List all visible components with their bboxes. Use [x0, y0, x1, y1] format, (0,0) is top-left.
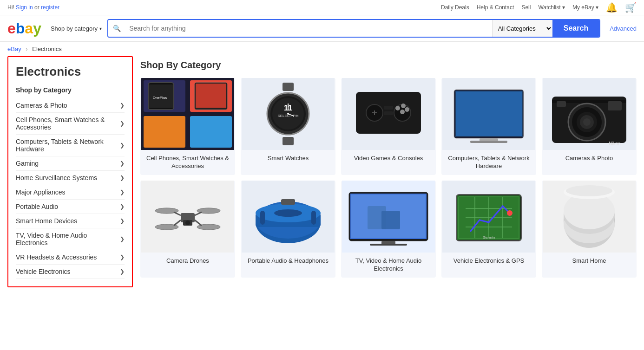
sidebar-item[interactable]: TV, Video & Home Audio Electronics ❯: [16, 228, 125, 250]
advanced-link[interactable]: Advanced: [610, 25, 637, 32]
category-label: Cell Phones, Smart Watches & Accessories: [140, 150, 235, 175]
chevron-down-icon: ❯: [120, 175, 125, 181]
category-label: TV, Video & Home Audio Electronics: [341, 253, 436, 278]
sidebar-item[interactable]: Gaming ❯: [16, 156, 125, 171]
search-icon: 🔍: [113, 25, 121, 32]
category-card[interactable]: Smart Watches: [241, 78, 335, 175]
breadcrumb-separator: ›: [26, 45, 27, 52]
category-image: [441, 78, 536, 150]
my-ebay-link[interactable]: My eBay ▾: [572, 4, 598, 11]
sidebar-item[interactable]: Home Surveillance Systems ❯: [16, 171, 125, 185]
category-label: Portable Audio & Headphones: [244, 253, 332, 270]
category-card[interactable]: Cell Phones, Smart Watches & Accessories: [140, 78, 235, 175]
main-layout: Electronics Shop by Category Cameras & P…: [0, 56, 644, 298]
sidebar-item[interactable]: Vehicle Electronics ❯: [16, 265, 125, 279]
sidebar-item[interactable]: Computers, Tablets & Network Hardware ❯: [16, 135, 125, 156]
logo-a: a: [25, 20, 33, 37]
sidebar-item-label: Smart Home Devices: [16, 217, 77, 225]
chevron-down-icon: ❯: [120, 189, 125, 195]
category-label: Computers, Tablets & Network Hardware: [441, 150, 536, 175]
category-card[interactable]: Camera Drones: [140, 181, 235, 278]
notification-icon[interactable]: 🔔: [606, 2, 618, 13]
top-bar: Hi! Sign in or register Daily Deals Help…: [0, 0, 644, 15]
sidebar-item-label: Computers, Tablets & Network Hardware: [16, 138, 120, 153]
category-card[interactable]: Vehicle Electronics & GPS: [441, 181, 536, 278]
help-contact-link[interactable]: Help & Contact: [477, 4, 514, 11]
chevron-down-icon: ❯: [120, 236, 125, 242]
breadcrumb-current: Electronics: [32, 45, 62, 52]
chevron-down-icon: ❯: [120, 160, 125, 167]
search-input[interactable]: [125, 20, 492, 37]
category-image: [542, 181, 637, 253]
signin-link[interactable]: Sign in: [16, 4, 33, 11]
breadcrumb: eBay › Electronics: [0, 42, 644, 56]
section-title: Shop By Category: [140, 60, 637, 71]
register-link[interactable]: register: [41, 4, 59, 11]
sidebar-item-label: Portable Audio: [16, 203, 58, 210]
category-card[interactable]: Computers, Tablets & Network Hardware: [441, 78, 536, 175]
watchlist-link[interactable]: Watchlist ▾: [538, 4, 565, 11]
category-grid-row2: Camera Drones Portable Audio & Headphone…: [140, 181, 637, 278]
logo-e: e: [7, 20, 16, 37]
category-card[interactable]: Video Games & Consoles: [341, 78, 436, 175]
sidebar-item[interactable]: Cameras & Photo ❯: [16, 98, 125, 113]
shop-by-category-label: Shop by category: [51, 25, 98, 32]
sidebar-item[interactable]: Smart Home Devices ❯: [16, 214, 125, 228]
ebay-logo[interactable]: ebay: [7, 21, 41, 36]
chevron-down-icon: ❯: [120, 203, 125, 210]
category-image: [341, 181, 436, 253]
chevron-down-icon: ❯: [120, 254, 125, 260]
sidebar-item-label: Major Appliances: [16, 188, 66, 196]
category-label: Video Games & Consoles: [350, 150, 427, 167]
sidebar-item[interactable]: Cell Phones, Smart Watches & Accessories…: [16, 113, 125, 135]
category-select[interactable]: All Categories: [492, 20, 552, 37]
or-text: or: [34, 4, 41, 11]
category-card[interactable]: Smart Home: [542, 181, 637, 278]
category-card[interactable]: TV, Video & Home Audio Electronics: [341, 181, 436, 278]
cart-icon[interactable]: 🛒: [625, 2, 637, 13]
sidebar-section-label: Shop by Category: [16, 86, 125, 94]
category-image: [441, 181, 536, 253]
sidebar-item-label: TV, Video & Home Audio Electronics: [16, 232, 120, 246]
sidebar-item[interactable]: VR Headsets & Accessories ❯: [16, 250, 125, 265]
category-label: Cameras & Photo: [562, 150, 617, 167]
chevron-down-icon: ❯: [120, 102, 125, 109]
top-bar-left: Hi! Sign in or register: [7, 4, 59, 11]
sidebar-items-container: Cameras & Photo ❯ Cell Phones, Smart Wat…: [16, 98, 125, 279]
content-area: Shop By Category Cell Phones, Smart Watc…: [140, 56, 637, 287]
chevron-down-icon: ❯: [120, 120, 125, 127]
breadcrumb-home[interactable]: eBay: [7, 45, 21, 52]
sidebar-item-label: Cameras & Photo: [16, 102, 67, 109]
search-bar: 🔍 All Categories Search: [107, 19, 600, 38]
chevron-down-icon: ▾: [99, 26, 102, 31]
greeting-text: Hi!: [7, 4, 14, 11]
chevron-down-icon: ❯: [120, 268, 125, 275]
logo-b: b: [16, 20, 25, 37]
category-image: [341, 78, 436, 150]
category-label: Smart Home: [569, 253, 610, 270]
sidebar-item-label: Gaming: [16, 160, 39, 167]
sidebar-item-label: Cell Phones, Smart Watches & Accessories: [16, 116, 120, 131]
category-card[interactable]: Cameras & Photo: [542, 78, 637, 175]
category-image: [542, 78, 637, 150]
category-label: Vehicle Electronics & GPS: [450, 253, 528, 270]
category-grid-row1: Cell Phones, Smart Watches & Accessories…: [140, 78, 637, 175]
chevron-down-icon: ❯: [120, 142, 125, 149]
search-icon-wrap: 🔍: [108, 20, 125, 37]
category-label: Smart Watches: [264, 150, 312, 167]
category-label: Camera Drones: [163, 253, 213, 270]
category-image: [241, 181, 335, 253]
category-image: [241, 78, 335, 150]
search-button[interactable]: Search: [552, 20, 599, 37]
daily-deals-link[interactable]: Daily Deals: [441, 4, 469, 11]
sidebar-item[interactable]: Major Appliances ❯: [16, 185, 125, 200]
category-image: [140, 78, 235, 150]
sidebar: Electronics Shop by Category Cameras & P…: [7, 56, 133, 287]
sidebar-title: Electronics: [16, 65, 125, 79]
top-bar-right: Daily Deals Help & Contact Sell Watchlis…: [441, 2, 637, 13]
sidebar-item[interactable]: Portable Audio ❯: [16, 200, 125, 214]
sell-link[interactable]: Sell: [521, 4, 531, 11]
category-card[interactable]: Portable Audio & Headphones: [241, 181, 335, 278]
chevron-down-icon: ❯: [120, 218, 125, 224]
shop-by-category-button[interactable]: Shop by category ▾: [51, 25, 102, 32]
